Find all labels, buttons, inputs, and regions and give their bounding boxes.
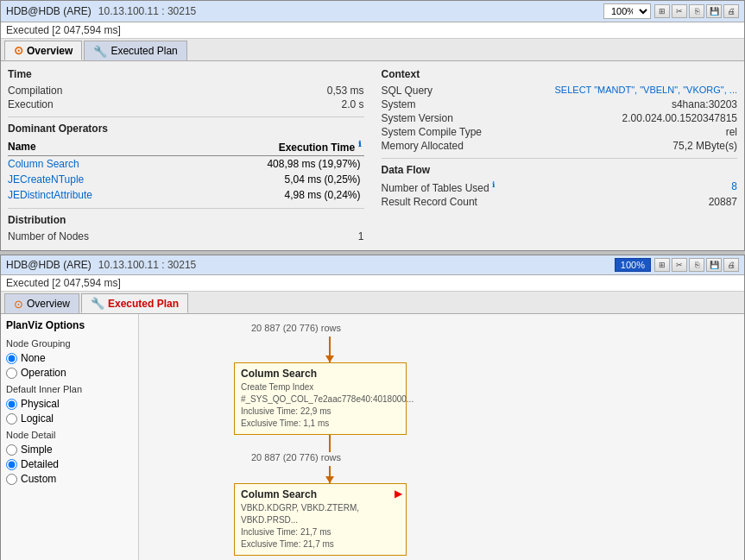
grid-icon-2[interactable]: ⊞ [654, 258, 670, 272]
compilation-value: 0,53 ms [327, 85, 364, 97]
exec-bar-1: Executed [2 047,594 ms] [1, 22, 744, 39]
overview-right: Context SQL Query SELECT "MANDT", "VBELN… [382, 68, 738, 243]
tab-overview-1[interactable]: ⊙ Overview [4, 41, 82, 60]
plan-canvas[interactable]: 20 887 (20 776) rows Column Search Creat… [139, 314, 744, 560]
window2: HDB@HDB (ARE) 10.13.100.11 : 30215 100% … [0, 255, 745, 560]
tab-executed-plan-2[interactable]: 🔧 Executed Plan [81, 293, 188, 313]
title-bar-left-1: HDB@HDB (ARE) 10.13.100.11 : 30215 [6, 5, 196, 17]
tables-used-value: 8 [731, 180, 737, 194]
operator-time: 408,98 ms (19,97%) [178, 156, 364, 173]
cut-icon-2[interactable]: ✂ [672, 258, 687, 272]
dip-logical-radio[interactable] [6, 413, 17, 425]
ng-operation-radio[interactable] [6, 368, 17, 379]
save-icon-2[interactable]: 💾 [706, 258, 722, 272]
nd-simple-label: Simple [21, 444, 53, 456]
plan-node-1[interactable]: Column Search Create Temp Index #_SYS_QO… [234, 362, 407, 435]
nd-custom-item: Custom [6, 473, 133, 485]
sys-version-label: System Version [382, 112, 453, 124]
title-bar-right-1: 100% ⊞ ✂ ⎘ 💾 🖨 [603, 3, 739, 19]
toolbar-icons-2: ⊞ ✂ ⎘ 💾 🖨 [654, 258, 739, 272]
ng-none-radio[interactable] [6, 353, 17, 364]
node-grouping-label: Node Grouping [6, 338, 133, 349]
operator-name[interactable]: JEDistinctAttribute [8, 187, 178, 203]
default-inner-plan-label: Default Inner Plan [6, 384, 133, 394]
exec-plan-icon-2: 🔧 [91, 297, 104, 310]
window1: HDB@HDB (ARE) 10.13.100.11 : 30215 100% … [0, 0, 745, 251]
sql-query-label: SQL Query [382, 85, 433, 97]
plan-node-2[interactable]: Column Search VBKD.KDGRP, VBKD.ZTERM, VB… [234, 483, 407, 556]
data-flow-title: Data Flow [382, 164, 738, 176]
exec-plan-content: PlanViz Options Node Grouping None Opera… [1, 314, 744, 560]
col-exec-time-header: Execution Time ℹ [178, 138, 364, 156]
tab-exec-plan-label-1: Executed Plan [110, 45, 177, 57]
plan-node-2-detail: VBKD.KDGRP, VBKD.ZTERM, VBKD.PRSD... Inc… [241, 502, 400, 551]
overview-content: Time Compilation 0,53 ms Execution 2.0 s… [1, 61, 744, 250]
window2-title: HDB@HDB (ARE) [6, 259, 92, 271]
nd-detailed-item: Detailed [6, 458, 133, 470]
dip-physical-radio[interactable] [6, 399, 17, 410]
nd-simple-radio[interactable] [6, 444, 17, 456]
tab-executed-plan-1[interactable]: 🔧 Executed Plan [84, 41, 186, 60]
plan-node-1-detail: Create Temp Index #_SYS_QO_COL_7e2aac778… [241, 381, 400, 430]
execution-value: 2.0 s [341, 98, 363, 110]
ng-none-item: None [6, 352, 133, 364]
operator-name[interactable]: Column Search [8, 156, 178, 173]
nd-detailed-radio[interactable] [6, 459, 17, 470]
compile-type-value: rel [726, 126, 737, 138]
window2-host: 10.13.100.11 : 30215 [98, 259, 196, 271]
rows-label-above2: 20 887 (20 776) rows [251, 452, 341, 462]
system-value: s4hana:30203 [672, 98, 737, 110]
memory-label: Memory Allocated [382, 140, 464, 152]
table-row: JECreateNTuple5,04 ms (0,25%) [8, 172, 364, 187]
save-icon[interactable]: 💾 [706, 4, 722, 18]
overview-icon-1: ⊙ [14, 44, 23, 57]
planviz-title: PlanViz Options [6, 319, 133, 331]
sys-version-row: System Version 2.00.024.00.1520347815 [382, 111, 738, 125]
print-icon-2[interactable]: 🖨 [723, 258, 739, 272]
plan-node-1-title: Column Search [241, 368, 400, 380]
col-name-header: Name [8, 138, 178, 156]
distribution-title: Distribution [8, 214, 364, 226]
memory-row: Memory Allocated 75,2 MByte(s) [382, 139, 738, 153]
sql-query-value: SELECT "MANDT", "VBELN", "VKORG", ... [555, 85, 738, 97]
dip-physical-label: Physical [21, 398, 60, 410]
window1-host: 10.13.100.11 : 30215 [98, 5, 196, 17]
title-bar-1: HDB@HDB (ARE) 10.13.100.11 : 30215 100% … [1, 1, 744, 22]
operator-name[interactable]: JECreateNTuple [8, 172, 178, 187]
cut-icon[interactable]: ✂ [672, 4, 687, 18]
nodes-row: Number of Nodes 1 [8, 230, 364, 243]
operator-link[interactable]: Column Search [8, 158, 79, 170]
dom-ops-title: Dominant Operators [8, 123, 364, 135]
copy-icon-2[interactable]: ⎘ [689, 258, 704, 272]
dip-physical-item: Physical [6, 398, 133, 410]
time-section-title: Time [8, 68, 364, 80]
sys-version-value: 2.00.024.00.1520347815 [622, 112, 737, 124]
nd-detailed-label: Detailed [21, 458, 59, 470]
compilation-label: Compilation [8, 85, 62, 97]
title-bar-2: HDB@HDB (ARE) 10.13.100.11 : 30215 100% … [1, 255, 744, 275]
rows-label-above1: 20 887 (20 776) rows [251, 323, 341, 333]
ng-operation-label: Operation [21, 367, 66, 379]
zoom-select-1[interactable]: 100% [603, 3, 651, 19]
window1-title: HDB@HDB (ARE) [6, 5, 92, 17]
operator-time: 5,04 ms (0,25%) [178, 172, 364, 187]
toolbar-icons-1: ⊞ ✂ ⎘ 💾 🖨 [654, 4, 739, 18]
tab-overview-2[interactable]: ⊙ Overview [4, 293, 79, 313]
tables-used-row: Number of Tables Used ℹ 8 [382, 179, 738, 195]
operator-link[interactable]: JEDistinctAttribute [8, 189, 92, 201]
nodes-value: 1 [358, 230, 364, 242]
planviz-sidebar: PlanViz Options Node Grouping None Opera… [1, 314, 139, 560]
title-bar-left-2: HDB@HDB (ARE) 10.13.100.11 : 30215 [6, 259, 196, 271]
system-row: System s4hana:30203 [382, 98, 738, 111]
grid-icon[interactable]: ⊞ [654, 4, 670, 18]
zoom-display-2: 100% [615, 258, 651, 272]
memory-value: 75,2 MByte(s) [672, 140, 737, 152]
ng-none-label: None [21, 352, 46, 364]
print-icon[interactable]: 🖨 [723, 4, 739, 18]
tab-exec-plan-label-2: Executed Plan [108, 298, 179, 310]
copy-icon[interactable]: ⎘ [689, 4, 704, 18]
operator-link[interactable]: JECreateNTuple [8, 173, 84, 186]
exec-label-2: Executed [2 047,594 ms] [6, 277, 121, 289]
title-bar-right-2: 100% ⊞ ✂ ⎘ 💾 🖨 [615, 258, 739, 272]
nd-custom-radio[interactable] [6, 474, 17, 485]
